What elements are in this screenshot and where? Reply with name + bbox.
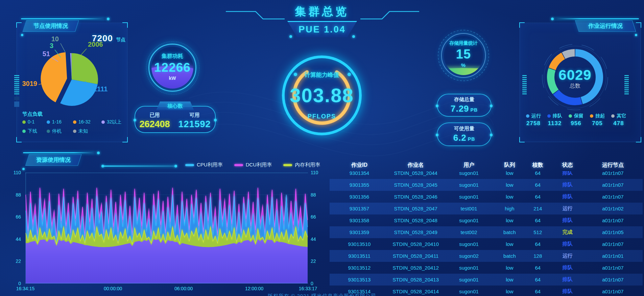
jobs-legend: 运行2758排队1132保留956挂起705其它478: [526, 113, 626, 127]
cores-card: 核心数 已用 262408 可用 121592: [135, 106, 216, 133]
storage-available-label: 可使用量: [454, 126, 474, 132]
x-tick-label: 16:33:17: [299, 286, 317, 291]
node-legend-item[interactable]: 16-32: [73, 119, 101, 125]
cluster-dashboard: 集群总览 PUE 1.04 节点使用情况 7200 节点 20062111301…: [0, 0, 644, 296]
table-cell: a01r1n07: [583, 218, 643, 223]
table-cell: low: [496, 182, 524, 188]
y-tick-label: 0: [11, 281, 21, 286]
table-cell: 9301358: [330, 218, 389, 223]
node-legend-item[interactable]: 1-16: [47, 119, 73, 125]
table-row[interactable]: 9301358STDIN_0528_2048sugon01low64排队a01r…: [330, 214, 643, 226]
node-legend-item[interactable]: 停机: [47, 128, 73, 134]
table-row[interactable]: 9301355STDIN_0528_2045sugon01low64排队a01r…: [330, 179, 643, 191]
table-cell: STDIN_0528_2045: [389, 182, 442, 188]
legend-label: 运行: [526, 113, 541, 119]
y-tick-label: 22: [311, 258, 316, 264]
resource-usage-chart[interactable]: [25, 173, 308, 283]
table-cell: 9301355: [330, 182, 389, 188]
table-cell: sugon01: [442, 171, 495, 176]
corner-decoration: [519, 22, 525, 28]
block-decoration: [14, 101, 19, 107]
legend-label: CPU利用率: [197, 162, 223, 168]
jobs-legend-item[interactable]: 排队1132: [547, 113, 562, 127]
decor-line: [103, 165, 176, 167]
node-legend-item[interactable]: 0-1: [22, 119, 47, 125]
table-cell: 512: [524, 229, 552, 235]
svg-text:3019: 3019: [22, 80, 38, 87]
table-row[interactable]: 93013512STDIN_0528_20412sugon01low64排队a0…: [330, 262, 643, 274]
corner-decoration: [16, 22, 22, 28]
jobs-legend-item[interactable]: 保留956: [569, 113, 583, 127]
resource-legend-item[interactable]: 内存利用率: [283, 162, 320, 168]
table-cell: low: [496, 277, 524, 282]
table-cell: STDIN_0528_2046: [389, 194, 442, 200]
legend-label: 32以上: [107, 119, 122, 124]
table-cell: STDIN_0528_2044: [389, 171, 442, 176]
power-value: 12266: [154, 61, 191, 75]
storage-total-unit: PB: [471, 107, 478, 113]
cores-available-value: 121592: [178, 119, 211, 130]
storage-total-card: 存储总量 7.29PB: [437, 94, 492, 117]
table-cell: 64: [524, 265, 552, 271]
table-row[interactable]: 93013510STDIN_0528_20410sugon01low64排队a0…: [330, 238, 643, 250]
pie-slice-0-1[interactable]: [72, 53, 98, 84]
table-row[interactable]: 93013511STDIN_0528_20411sugon02batch128运…: [330, 250, 643, 262]
legend-dot: [569, 114, 572, 118]
corner-decoration: [16, 137, 22, 142]
cores-available-label: 可用: [178, 112, 211, 118]
barcode-decoration: [624, 75, 629, 95]
legend-dot: [47, 130, 50, 133]
y-tick-label: 88: [11, 192, 21, 198]
compute-unit: PFLOPS: [288, 113, 356, 120]
legend-label: 内存利用率: [295, 162, 320, 168]
table-row[interactable]: 93013513STDIN_0528_20413sugon01low64排队a0…: [330, 274, 643, 286]
table-header-0: 作业ID: [330, 162, 389, 171]
jobs-legend-item[interactable]: 挂起705: [590, 113, 605, 127]
node-legend-item[interactable]: 未知: [73, 128, 101, 134]
y-tick-label: 44: [11, 236, 21, 242]
cores-tab: 核心数: [156, 101, 194, 110]
table-header-2: 用户: [442, 162, 495, 171]
table-row[interactable]: 9301359STDIN_0528_2049test002batch512完成a…: [330, 226, 643, 238]
donut-segment-排队[interactable]: [556, 92, 581, 101]
table-row[interactable]: 9301354STDIN_0528_2044sugon01low64排队a01r…: [330, 171, 643, 179]
compute-label: 计算能力峰值: [288, 71, 356, 79]
corner-decoration: [122, 22, 128, 28]
resource-legend: CPU利用率DCU利用率内存利用率: [185, 162, 320, 168]
node-legend-item[interactable]: 下线: [22, 128, 47, 134]
footer: 版权所有 © 2021 曙光信息产业股份有限公司: [0, 293, 644, 296]
jobs-legend-item[interactable]: 其它478: [611, 113, 626, 127]
corner-decoration: [122, 137, 128, 142]
legend-dot: [73, 130, 76, 133]
y-tick-label: 66: [311, 214, 316, 220]
decor-dot: [174, 165, 177, 167]
table-row[interactable]: 9301357STDIN_0528_2047test001high214运行a0…: [330, 203, 643, 214]
jobs-title: 作业运行情况: [577, 21, 634, 31]
table-cell: a01r1n07: [583, 194, 643, 200]
resource-legend-item[interactable]: CPU利用率: [185, 162, 223, 168]
pie-slice-1-16[interactable]: [60, 79, 98, 106]
node-legend-item[interactable]: 32以上: [101, 119, 128, 125]
y-tick-label: 44: [311, 236, 316, 242]
jobs-title-tab: 作业运行情况: [575, 20, 636, 32]
header-circuit-left-icon: [223, 9, 287, 21]
node-usage-pie-chart[interactable]: 20062111301951310: [20, 30, 125, 115]
legend-dot: [47, 120, 50, 124]
table-cell: 运行: [552, 253, 583, 259]
node-usage-title-tab: 节点使用情况: [22, 20, 79, 32]
storage-total-value: 7.29: [451, 104, 469, 114]
table-cell: low: [496, 241, 524, 247]
pue-dot-right: [352, 35, 355, 38]
pue-value: PUE 1.04: [287, 22, 357, 37]
table-cell: sugon02: [442, 253, 495, 259]
table-row[interactable]: 9301356STDIN_0528_2046sugon01low64排队a01r…: [330, 191, 643, 203]
jobs-total: 6029: [541, 67, 609, 83]
pie-slice-16-32[interactable]: [41, 52, 67, 102]
donut-segment-其它[interactable]: [564, 53, 575, 55]
legend-dot: [73, 120, 76, 124]
resource-legend-item[interactable]: DCU利用率: [234, 162, 272, 168]
jobs-legend-item[interactable]: 运行2758: [526, 113, 541, 127]
table-cell: 排队: [552, 276, 583, 283]
legend-value: 2758: [526, 120, 541, 127]
resource-title-tab: 资源使用情况: [25, 154, 81, 166]
